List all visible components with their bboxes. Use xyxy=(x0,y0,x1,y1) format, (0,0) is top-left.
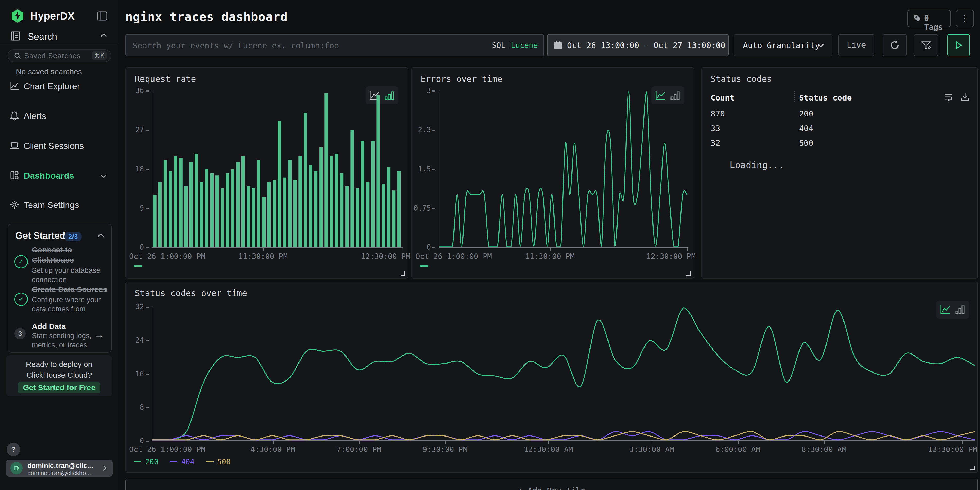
get-started-badge: 2/3 xyxy=(64,232,82,242)
saved-searches-input[interactable]: Saved Searches ⌘K xyxy=(8,49,111,62)
x-axis-line xyxy=(439,247,689,248)
lucene-toggle[interactable]: Lucene xyxy=(511,41,538,49)
help-button[interactable]: ? xyxy=(7,443,20,456)
download-icon[interactable] xyxy=(961,92,970,101)
resize-handle[interactable] xyxy=(401,272,405,276)
page-title: nginx traces dashboard xyxy=(126,10,288,24)
time-range-picker[interactable]: Oct 26 13:00:00 - Oct 27 13:00:00 xyxy=(547,34,729,56)
no-saved-searches-text: No saved searches xyxy=(16,67,82,76)
refresh-icon xyxy=(889,40,900,51)
laptop-icon xyxy=(9,140,19,151)
step-desc: Set up your database connection xyxy=(32,266,101,284)
legend-item-404[interactable]: 404 xyxy=(170,457,194,466)
language-divider: | xyxy=(507,40,511,49)
step-title: Connect to ClickHouse xyxy=(32,245,96,265)
panel-status-codes-over-time: Status codes over time 32 24 16 8 0 Oct … xyxy=(126,282,978,473)
user-email: dominic.tran@clickho... xyxy=(27,469,91,477)
errors-line-chart[interactable] xyxy=(439,91,687,247)
chevron-down-icon xyxy=(817,43,825,48)
step-title: Create Data Sources xyxy=(32,284,109,294)
sidebar-collapse-icon[interactable] xyxy=(97,10,108,22)
brand-row: HyperDX xyxy=(0,7,119,25)
chart-line-icon xyxy=(9,81,19,91)
x-axis-label: 4:30:00 PM xyxy=(250,445,295,454)
live-button[interactable]: Live xyxy=(838,34,874,56)
run-query-button[interactable] xyxy=(947,34,970,56)
sidebar-item-dashboards[interactable]: Dashboards xyxy=(0,169,119,183)
panel-title: Request rate xyxy=(135,74,196,84)
panel-title: Status codes xyxy=(711,74,772,84)
refresh-button[interactable] xyxy=(883,34,907,56)
sql-toggle[interactable]: SQL xyxy=(492,41,506,49)
x-axis-label: 6:00:00 AM xyxy=(716,445,760,454)
table-row-code[interactable]: 500 xyxy=(799,138,813,148)
filter-button[interactable] xyxy=(914,34,938,56)
filter-edit-icon xyxy=(920,40,932,51)
x-tick xyxy=(550,247,550,251)
resize-handle[interactable] xyxy=(970,466,975,470)
user-name: dominic.tran@clic... xyxy=(27,462,93,470)
clickhouse-promo-card: Ready to deploy on ClickHouse Cloud? Get… xyxy=(6,355,112,396)
step-desc: Configure where your data comes from xyxy=(32,295,104,313)
step-title: Add Data xyxy=(32,321,104,332)
y-axis-labels: 3 2.3 1.5 0.75 0 xyxy=(412,86,436,251)
x-axis-label: 12:30:00 AM xyxy=(524,445,573,454)
column-header-status-code[interactable]: Status code xyxy=(799,93,852,102)
wrap-text-icon[interactable] xyxy=(944,92,953,101)
column-header-count[interactable]: Count xyxy=(711,93,735,102)
series-legend-swatch xyxy=(134,265,142,267)
resize-handle[interactable] xyxy=(686,272,691,276)
user-card[interactable]: D dominic.tran@clic... dominic.tran@clic… xyxy=(6,460,113,477)
get-started-step-1[interactable]: ✓ Connect to ClickHouse Set up your data… xyxy=(8,244,111,280)
granularity-select[interactable]: Auto Granularity xyxy=(734,34,832,56)
chart-legend: 200 404 500 xyxy=(134,457,231,466)
table-row-count[interactable]: 32 xyxy=(711,138,720,148)
status-codes-line-chart[interactable] xyxy=(152,307,975,441)
x-tick xyxy=(263,247,264,251)
legend-swatch xyxy=(170,461,177,463)
x-axis-label: Oct 26 1:00:00 PM xyxy=(129,252,205,261)
time-range-value: Oct 26 13:00:00 - Oct 27 13:00:00 xyxy=(567,41,725,50)
sidebar-item-alerts[interactable]: Alerts xyxy=(0,110,119,123)
avatar: D xyxy=(10,462,22,474)
chevron-up-icon[interactable] xyxy=(97,233,104,238)
x-axis-label: Oct 26 1:00:00 PM xyxy=(415,252,492,261)
sidebar-section-search[interactable]: Search xyxy=(0,30,119,44)
table-row-code[interactable]: 200 xyxy=(799,109,813,118)
get-started-step-2[interactable]: ✓ Create Data Sources Configure where yo… xyxy=(8,286,111,317)
table-row-code[interactable]: 404 xyxy=(799,124,813,133)
column-divider[interactable] xyxy=(794,91,795,102)
gear-icon xyxy=(9,199,19,210)
get-started-free-button[interactable]: Get Started for Free xyxy=(18,382,100,393)
x-axis-line xyxy=(152,247,403,248)
nav-label: Dashboards xyxy=(24,171,74,181)
sidebar-item-client-sessions[interactable]: Client Sessions xyxy=(0,139,119,153)
sidebar: HyperDX Search Saved Searches ⌘K No save… xyxy=(0,0,119,490)
event-search-input[interactable]: Search your events w/ Lucene ex. column:… xyxy=(126,34,544,56)
search-icon xyxy=(14,52,21,59)
request-rate-bar-chart[interactable] xyxy=(152,91,402,247)
promo-line1: Ready to deploy on xyxy=(6,360,112,369)
step-number-badge: 3 xyxy=(14,328,26,339)
add-new-tile-button[interactable]: + Add New Tile xyxy=(126,479,978,490)
legend-item-500[interactable]: 500 xyxy=(206,457,231,466)
kebab-menu-button[interactable]: ⋮ xyxy=(956,10,974,27)
journal-icon xyxy=(10,31,21,41)
get-started-title: Get Started xyxy=(16,230,65,241)
sidebar-item-chart-explorer[interactable]: Chart Explorer xyxy=(0,80,119,94)
x-axis-label: 7:00:00 PM xyxy=(337,445,382,454)
table-row-count[interactable]: 33 xyxy=(711,124,720,133)
x-axis-label: 9:30:00 PM xyxy=(423,445,468,454)
nav-label: Chart Explorer xyxy=(24,81,80,91)
legend-item-200[interactable]: 200 xyxy=(134,457,158,466)
panel-title: Status codes over time xyxy=(135,288,247,298)
table-row-count[interactable]: 870 xyxy=(711,109,725,118)
tags-button[interactable]: 0 Tags xyxy=(907,10,951,27)
get-started-step-3[interactable]: 3 Add Data Start sending logs, metrics, … xyxy=(8,322,111,351)
chevron-down-icon xyxy=(100,173,107,179)
panel-status-codes: Status codes Count Status code 870 200 3… xyxy=(701,67,978,279)
chevron-right-icon xyxy=(102,465,107,471)
event-search-placeholder: Search your events w/ Lucene ex. column:… xyxy=(133,41,339,50)
promo-line2: ClickHouse Cloud? xyxy=(6,371,112,379)
sidebar-item-team-settings[interactable]: Team Settings xyxy=(0,199,119,212)
